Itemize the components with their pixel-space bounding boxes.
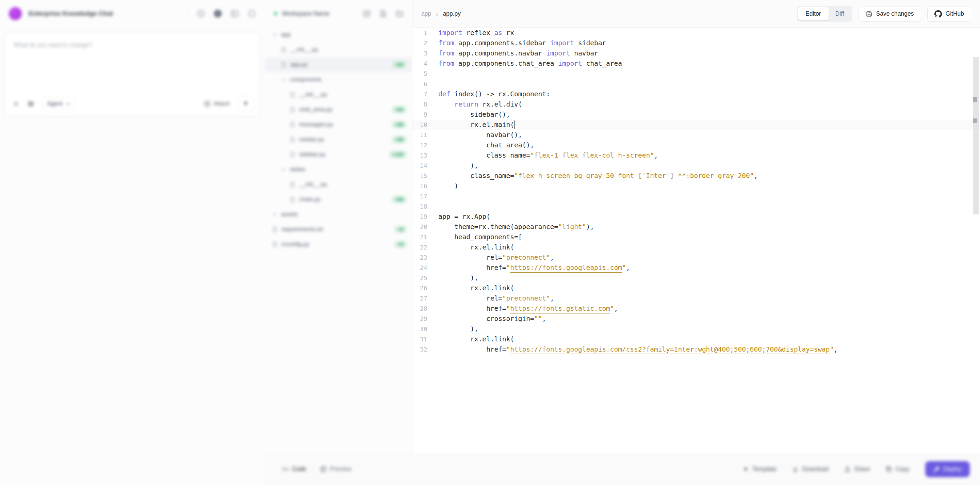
code-text: navbar(), (432, 130, 522, 140)
tree-item-chats-py[interactable]: chats.py+88 (265, 192, 412, 207)
more-options-icon[interactable] (248, 10, 256, 18)
code-line-10[interactable]: 10 rx.el.main( (412, 120, 980, 130)
code-text: from app.components.sidebar import sideb… (432, 38, 606, 48)
code-line-32[interactable]: 32 href="https://fonts.googleapis.com/cs… (412, 344, 980, 355)
code-editor[interactable]: 1import reflex as rx2from app.components… (412, 28, 980, 355)
code-line-18[interactable]: 18 (412, 202, 980, 212)
chat-input-card[interactable]: What do you want to change? Agent (5, 33, 260, 116)
toggle-preview[interactable]: Preview (320, 466, 351, 473)
history-icon[interactable] (197, 10, 205, 18)
tab-diff[interactable]: Diff (829, 7, 851, 21)
send-button[interactable] (237, 96, 254, 111)
code-text: rx.el.link( (432, 283, 514, 293)
code-line-7[interactable]: 7def index() -> rx.Component: (412, 89, 980, 99)
code-line-25[interactable]: 25 ), (412, 273, 980, 283)
code-line-11[interactable]: 11 navbar(), (412, 130, 980, 140)
code-line-16[interactable]: 16 ) (412, 181, 980, 191)
code-line-12[interactable]: 12 chat_area(), (412, 140, 980, 150)
code-line-1[interactable]: 1import reflex as rx (412, 28, 980, 38)
code-line-31[interactable]: 31 rx.el.link( (412, 334, 980, 344)
tree-item-messages-py[interactable]: messages.py+88 (265, 117, 412, 132)
code-line-2[interactable]: 2from app.components.sidebar import side… (412, 38, 980, 48)
line-number: 9 (412, 110, 432, 120)
tree-item-label: messages.py (299, 121, 333, 128)
tree-item-app[interactable]: app (265, 27, 412, 42)
toggle-code[interactable]: Code (282, 466, 306, 473)
tree-item--init-py[interactable]: __init__.py (265, 177, 412, 192)
code-line-29[interactable]: 29 crossorigin="", (412, 314, 980, 324)
code-text: href="https://fonts.googleapis.com/css2?… (432, 344, 838, 355)
code-text: rx.el.link( (432, 242, 514, 253)
breadcrumb-file[interactable]: app.py (443, 10, 461, 17)
code-line-30[interactable]: 30 ), (412, 324, 980, 334)
file-icon (290, 107, 295, 113)
save-changes-button[interactable]: Save changes (859, 6, 921, 21)
chat-input-placeholder[interactable]: What do you want to change? (5, 33, 260, 57)
tree-item-label: assets (281, 211, 298, 218)
code-line-9[interactable]: 9 sidebar(), (412, 110, 980, 120)
editor-scrollbar[interactable] (973, 57, 979, 215)
add-icon[interactable] (12, 100, 20, 108)
line-number: 28 (412, 304, 432, 314)
code-line-23[interactable]: 23 rel="preconnect", (412, 253, 980, 263)
collapse-all-icon[interactable] (363, 10, 371, 17)
code-line-28[interactable]: 28 href="https://fonts.gstatic.com", (412, 304, 980, 314)
tree-item-sidebar-py[interactable]: sidebar.py+105 (265, 147, 412, 162)
new-folder-icon[interactable] (396, 10, 403, 17)
file-icon (272, 241, 278, 248)
code-line-27[interactable]: 27 rel="preconnect", (412, 293, 980, 304)
line-number: 21 (412, 232, 432, 242)
code-line-21[interactable]: 21 head_components=[ (412, 232, 980, 242)
download-button[interactable]: Download (792, 466, 829, 473)
breadcrumb-folder[interactable]: app (421, 10, 431, 17)
tree-item-states[interactable]: states (265, 162, 412, 177)
tree-item--init-py[interactable]: __init__.py (265, 42, 412, 57)
code-line-14[interactable]: 14 ), (412, 161, 980, 171)
line-number: 22 (412, 242, 432, 253)
new-chat-icon[interactable] (214, 10, 222, 18)
copy-button[interactable]: Copy (886, 466, 910, 473)
code-line-19[interactable]: 19app = rx.App( (412, 212, 980, 222)
workspace-name: Workspace Name (282, 10, 329, 17)
code-line-8[interactable]: 8 return rx.el.div( (412, 99, 980, 110)
tree-item-components[interactable]: components (265, 72, 412, 87)
code-line-15[interactable]: 15 class_name="flex h-screen bg-gray-50 … (412, 171, 980, 181)
deploy-button[interactable]: Deploy (925, 461, 970, 477)
button-label: Copy (896, 466, 910, 473)
line-number: 20 (412, 222, 432, 232)
tree-item-label: rxconfig.py (282, 241, 309, 248)
share-button[interactable]: Share (844, 466, 870, 473)
code-text: chat_area(), (432, 140, 534, 150)
tree-item-chat-area-py[interactable]: chat_area.py+84 (265, 102, 412, 117)
diff-count-badge: +6 (395, 226, 407, 233)
tree-item--init-py[interactable]: __init__.py (265, 87, 412, 102)
tree-item-requirements-txt[interactable]: requirements.txt+6 (265, 222, 412, 237)
tree-item-app-py[interactable]: app.py+88 (265, 57, 412, 72)
code-line-26[interactable]: 26 rx.el.link( (412, 283, 980, 293)
code-line-4[interactable]: 4from app.components.chat_area import ch… (412, 59, 980, 69)
agent-mode-dropdown[interactable]: Agent (42, 97, 76, 110)
code-line-20[interactable]: 20 theme=rx.theme(appearance="light"), (412, 222, 980, 232)
tree-item-assets[interactable]: assets (265, 207, 412, 222)
code-text: href="https://fonts.googleapis.com", (432, 263, 630, 273)
line-number: 4 (412, 59, 432, 69)
template-button[interactable]: Template (743, 466, 776, 473)
github-button[interactable]: GitHub (927, 6, 971, 22)
code-line-17[interactable]: 17 (412, 191, 980, 202)
code-text: crossorigin="", (432, 314, 546, 324)
chevron-down-icon (272, 32, 277, 37)
sliders-icon[interactable] (27, 100, 35, 108)
code-line-6[interactable]: 6 (412, 79, 980, 89)
code-line-5[interactable]: 5 (412, 69, 980, 79)
line-number: 7 (412, 89, 432, 99)
code-line-22[interactable]: 22 rx.el.link( (412, 242, 980, 253)
code-line-24[interactable]: 24 href="https://fonts.googleapis.com", (412, 263, 980, 273)
tree-item-rxconfig-py[interactable]: rxconfig.py+6 (265, 237, 412, 252)
attach-button[interactable]: Attach (204, 100, 230, 107)
code-line-13[interactable]: 13 class_name="flex-1 flex flex-col h-sc… (412, 150, 980, 161)
new-file-icon[interactable] (379, 10, 387, 17)
panel-toggle-icon[interactable] (231, 10, 239, 18)
tab-editor[interactable]: Editor (798, 7, 829, 21)
code-line-3[interactable]: 3from app.components.navbar import navba… (412, 48, 980, 59)
tree-item-navbar-py[interactable]: navbar.py+88 (265, 132, 412, 147)
